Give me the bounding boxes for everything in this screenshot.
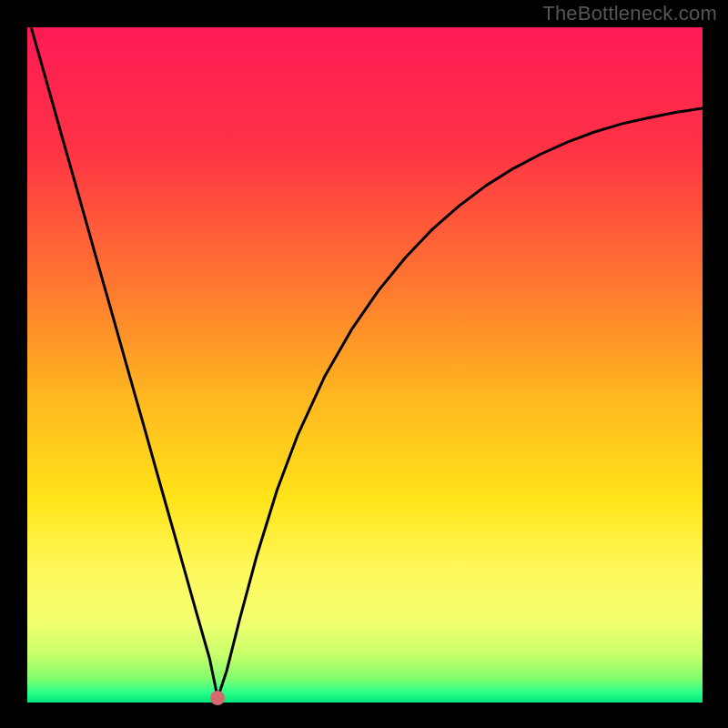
curve-layer bbox=[27, 27, 703, 703]
bottleneck-curve bbox=[27, 27, 703, 698]
watermark-text: TheBottleneck.com bbox=[542, 2, 717, 25]
minimum-marker bbox=[210, 691, 225, 705]
plot-area bbox=[27, 27, 703, 703]
outer-frame: TheBottleneck.com bbox=[0, 0, 728, 728]
